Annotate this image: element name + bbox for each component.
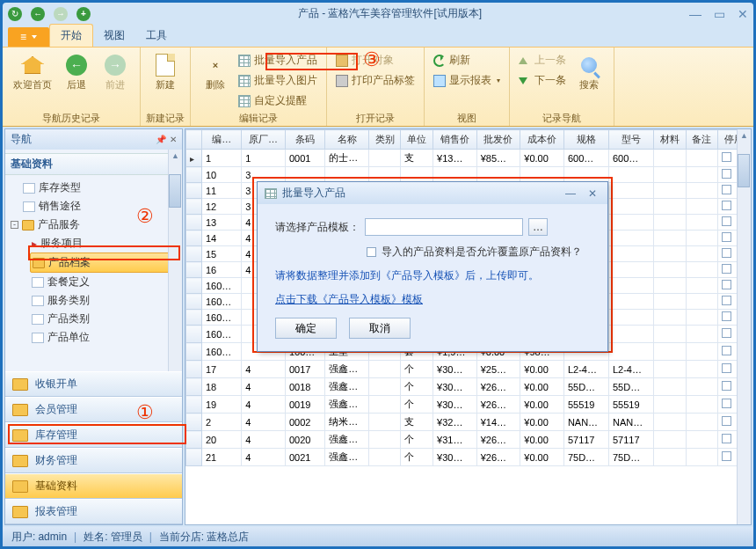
column-header[interactable]: 原厂… <box>242 130 286 150</box>
tab-view[interactable]: 视图 <box>93 25 135 47</box>
qa-add[interactable]: + <box>76 7 91 21</box>
nav-close-icon[interactable]: ✕ <box>170 135 177 144</box>
disabled-checkbox[interactable] <box>722 216 731 226</box>
column-header[interactable]: 单位 <box>401 130 433 150</box>
refresh-button[interactable]: 刷新 <box>430 51 504 70</box>
column-header[interactable]: 批发价 <box>476 130 520 150</box>
column-header[interactable]: 备注 <box>686 130 718 150</box>
table-row[interactable]: 110001的士…支¥13…¥85…¥0.00600…600… <box>186 150 751 167</box>
disabled-checkbox[interactable] <box>722 346 731 355</box>
custom-remind-button[interactable]: 自定义提醒 <box>235 92 321 110</box>
disabled-checkbox[interactable] <box>722 328 731 338</box>
hint-text: 请将数据整理并添加到《产品导入模板》后，上传即可。 <box>275 268 539 283</box>
tree-stock-type[interactable]: 库存类型 <box>21 179 182 197</box>
disabled-checkbox[interactable] <box>722 311 731 321</box>
column-header[interactable]: 编… <box>202 130 242 150</box>
disabled-checkbox[interactable] <box>722 201 731 210</box>
dialog-minimize-button[interactable]: — <box>562 187 579 200</box>
close-button[interactable]: ✕ <box>738 7 748 21</box>
disabled-checkbox[interactable] <box>722 152 731 162</box>
ok-button[interactable]: 确定 <box>275 318 337 339</box>
minimize-button[interactable]: — <box>689 7 701 21</box>
column-header[interactable]: 条码 <box>285 130 324 150</box>
column-header[interactable]: 规格 <box>563 130 608 150</box>
print-label-button[interactable]: 打印产品标签 <box>332 71 418 90</box>
table-row[interactable]: 2140021强鑫…个¥30…¥26…¥0.0075D…75D… <box>186 449 751 466</box>
delete-button[interactable]: ×删除 <box>196 49 235 92</box>
folder-icon <box>12 455 28 467</box>
download-template-link[interactable]: 点击下载《产品导入模板》模板 <box>275 292 423 307</box>
nav-pin-icon[interactable]: 📌 <box>156 135 166 144</box>
home-button[interactable]: 欢迎首页 <box>8 49 57 92</box>
disabled-checkbox[interactable] <box>722 264 731 274</box>
tree-scrollbar[interactable]: ▲ <box>168 150 182 371</box>
disabled-checkbox[interactable] <box>722 280 731 289</box>
disabled-checkbox[interactable] <box>722 169 731 179</box>
titlebar: ↻ ← → + 产品 - 蓝格汽车美容管理软件[试用版本] — ▭ ✕ <box>3 3 753 25</box>
tab-start[interactable]: 开始 <box>49 24 93 47</box>
browse-button[interactable]: … <box>528 218 548 236</box>
tree-combo[interactable]: 套餐定义 <box>30 273 182 291</box>
column-header[interactable]: 类别 <box>368 130 401 150</box>
disabled-checkbox[interactable] <box>722 248 731 258</box>
cancel-button[interactable]: 取消 <box>349 318 411 339</box>
collapse-icon[interactable]: - <box>11 221 18 229</box>
tree-product-cat[interactable]: 产品类别 <box>30 310 182 328</box>
table-row[interactable]: 1940019强鑫…个¥30…¥26…¥0.005551955519 <box>186 396 751 414</box>
qa-back[interactable]: ← <box>31 7 45 21</box>
disabled-checkbox[interactable] <box>722 296 731 305</box>
qa-refresh[interactable]: ↻ <box>8 7 22 21</box>
stack-base[interactable]: 基础资料 <box>5 473 182 499</box>
file-menu-button[interactable]: ≡ <box>8 27 49 47</box>
refresh-icon <box>433 55 446 67</box>
file-menu-icon: ≡ <box>20 31 26 43</box>
nav-tree: 基础资料 库存类型 销售途径 -产品服务 ▸服务项目 产品档案 套餐定义 服务类… <box>5 150 182 371</box>
table-row[interactable]: 1840018强鑫…个¥30…¥26…¥0.0055D…55D… <box>186 378 751 396</box>
disabled-checkbox[interactable] <box>722 232 731 242</box>
up-icon <box>519 55 531 67</box>
tree-product-service[interactable]: -产品服务 <box>9 216 182 234</box>
column-header[interactable]: 名称 <box>325 130 369 150</box>
stack-finance[interactable]: 财务管理 <box>5 448 182 473</box>
table-row[interactable]: 2040020强鑫…个¥31…¥26…¥0.005711757117 <box>186 431 751 449</box>
stack-report[interactable]: 报表管理 <box>5 499 182 524</box>
search-button[interactable]: 搜索 <box>570 49 608 92</box>
prev-record-button[interactable]: 上一条 <box>515 51 570 70</box>
tree-service-cat[interactable]: 服务类别 <box>30 291 182 310</box>
stack-cashier[interactable]: 收银开单 <box>5 371 182 397</box>
bulk-import-image-button[interactable]: 批量导入图片 <box>235 71 321 90</box>
maximize-button[interactable]: ▭ <box>714 7 725 21</box>
disabled-checkbox[interactable] <box>722 434 731 443</box>
dialog-close-button[interactable]: ✕ <box>585 187 600 200</box>
grid-scrollbar[interactable]: ▲ <box>737 129 751 524</box>
column-header[interactable]: 销售价 <box>433 130 477 150</box>
group-recnav-label: 记录导航 <box>515 112 608 126</box>
table-row[interactable]: 240002纳米…支¥32…¥14…¥0.00NAN…NAN… <box>186 414 751 431</box>
next-record-button[interactable]: 下一条 <box>515 71 570 90</box>
disabled-checkbox[interactable] <box>722 416 731 426</box>
template-input[interactable] <box>365 218 523 236</box>
tree-sale-channel[interactable]: 销售途径 <box>21 197 182 216</box>
overwrite-checkbox[interactable] <box>367 247 376 257</box>
disabled-checkbox[interactable] <box>722 399 731 408</box>
disabled-checkbox[interactable] <box>722 363 731 373</box>
new-button[interactable]: 新建 <box>146 49 185 92</box>
back-icon: ← <box>66 55 87 76</box>
column-header[interactable]: 成本价 <box>520 130 564 150</box>
grid-icon <box>238 55 251 67</box>
back-button[interactable]: ←后退 <box>57 49 96 92</box>
column-header[interactable]: 材料 <box>654 130 687 150</box>
disabled-checkbox[interactable] <box>722 185 731 194</box>
tree-product-unit[interactable]: 产品单位 <box>30 328 182 347</box>
disabled-checkbox[interactable] <box>722 451 731 461</box>
forward-button[interactable]: →前进 <box>96 49 134 92</box>
column-header[interactable]: 型号 <box>608 130 653 150</box>
template-label: 请选择产品模板： <box>275 220 360 235</box>
show-report-button[interactable]: 显示报表▾ <box>430 71 504 90</box>
tab-tools[interactable]: 工具 <box>135 25 178 47</box>
folder-icon <box>12 480 28 493</box>
qa-forward[interactable]: → <box>54 7 68 21</box>
disabled-checkbox[interactable] <box>722 381 731 391</box>
stack-member[interactable]: 会员管理 <box>5 397 182 422</box>
table-row[interactable]: 1740017强鑫…个¥30…¥25…¥0.00L2-4…L2-4… <box>186 361 751 378</box>
